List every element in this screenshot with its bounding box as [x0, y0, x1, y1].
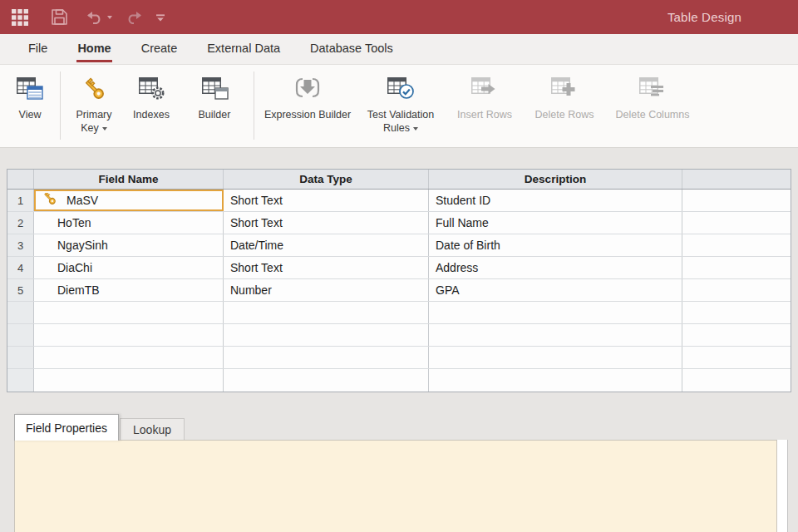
field-row-4: 4 DiaChi Short Text Address	[7, 257, 791, 279]
ribbon-separator	[60, 71, 61, 140]
empty-field-row	[7, 347, 791, 369]
description-cell[interactable]: Full Name	[429, 212, 682, 234]
undo-button[interactable]	[86, 10, 112, 24]
data-type-cell[interactable]: Short Text	[224, 190, 429, 211]
delete-columns-label: Delete Columns	[616, 108, 690, 121]
extra-cell[interactable]	[682, 234, 791, 256]
primary-key-dropdown-caret-icon[interactable]	[102, 127, 107, 131]
builder-label: Builder	[199, 108, 231, 121]
insert-rows-icon	[469, 70, 500, 108]
row-number[interactable]	[7, 347, 34, 368]
description-cell[interactable]: GPA	[429, 279, 682, 301]
test-validation-rules-label: Test Validation Rules	[367, 109, 434, 134]
extra-cell[interactable]	[682, 324, 791, 346]
field-name-cell[interactable]	[34, 369, 224, 392]
description-cell[interactable]: Student ID	[429, 190, 682, 211]
indexes-button[interactable]: Indexes	[123, 70, 180, 121]
workspace: Field Name Data Type Description 1 MaSV …	[0, 148, 798, 532]
extra-cell[interactable]	[682, 257, 791, 278]
header-description[interactable]: Description	[429, 170, 682, 189]
extra-cell[interactable]	[682, 212, 791, 234]
field-row-3: 3 NgaySinh Date/Time Date of Birth	[7, 234, 791, 257]
data-type-cell[interactable]: Short Text	[224, 212, 429, 234]
field-name-cell[interactable]: HoTen	[34, 212, 224, 234]
expression-builder-button[interactable]: Expression Builder	[260, 70, 355, 121]
description-cell[interactable]: Address	[429, 257, 682, 278]
data-type-cell[interactable]: Date/Time	[224, 234, 429, 256]
builder-icon	[200, 70, 229, 108]
header-field-name[interactable]: Field Name	[34, 170, 224, 189]
description-cell[interactable]	[429, 369, 682, 392]
header-extra[interactable]	[682, 170, 791, 189]
field-name-cell[interactable]: MaSV	[34, 190, 224, 211]
row-number[interactable]	[7, 369, 34, 392]
test-validation-rules-icon	[385, 70, 416, 108]
data-type-cell[interactable]	[224, 369, 429, 392]
save-icon[interactable]	[51, 8, 68, 26]
delete-rows-button: Delete Rows	[525, 70, 604, 121]
field-name-cell[interactable]	[34, 324, 224, 346]
view-icon	[15, 70, 45, 108]
field-properties-panel[interactable]	[14, 440, 777, 532]
delete-columns-button: Delete Columns	[606, 70, 699, 121]
extra-cell[interactable]	[682, 302, 791, 323]
extra-cell[interactable]	[682, 369, 791, 392]
builder-button[interactable]: Builder	[181, 70, 248, 121]
row-number[interactable]	[7, 302, 34, 323]
description-cell[interactable]	[429, 302, 682, 323]
field-name-cell[interactable]	[34, 347, 224, 368]
app-grid-icon[interactable]	[12, 9, 28, 26]
field-name-cell[interactable]: DiaChi	[34, 257, 224, 278]
field-name-cell[interactable]: NgaySinh	[34, 234, 224, 256]
tab-lookup[interactable]: Lookup	[120, 418, 185, 441]
row-selector-header[interactable]	[7, 170, 34, 189]
data-type-cell[interactable]: Short Text	[224, 257, 429, 278]
ribbon-tab-bar: File Home Create External Data Database …	[0, 34, 798, 65]
row-number[interactable]: 5	[7, 279, 34, 301]
title-bar: Table Design	[0, 0, 798, 34]
expression-builder-label: Expression Builder	[264, 108, 351, 121]
test-validation-dropdown-caret-icon[interactable]	[413, 127, 418, 131]
tab-create[interactable]: Create	[126, 34, 193, 64]
insert-rows-label: Insert Rows	[457, 108, 512, 121]
row-number[interactable]	[7, 324, 34, 346]
primary-key-button[interactable]: Primary Key	[66, 70, 121, 135]
table-design-grid: Field Name Data Type Description 1 MaSV …	[7, 169, 791, 392]
extra-cell[interactable]	[682, 347, 791, 368]
tab-field-properties[interactable]: Field Properties	[14, 414, 119, 441]
properties-pane-margin	[777, 440, 788, 532]
customize-quick-access-icon[interactable]	[155, 12, 165, 22]
tab-database-tools[interactable]: Database Tools	[295, 34, 408, 64]
extra-cell[interactable]	[682, 190, 791, 211]
primary-key-icon	[81, 70, 107, 108]
redo-button[interactable]	[125, 10, 143, 24]
row-number[interactable]: 4	[7, 257, 34, 278]
description-cell[interactable]	[429, 324, 682, 346]
description-cell[interactable]: Date of Birth	[429, 234, 682, 256]
description-cell[interactable]	[429, 347, 682, 368]
row-number[interactable]: 3	[7, 234, 34, 256]
expression-builder-icon	[292, 70, 323, 108]
tab-external-data[interactable]: External Data	[192, 34, 295, 64]
delete-columns-icon	[637, 70, 668, 108]
row-number[interactable]: 1	[7, 190, 34, 211]
field-name-cell[interactable]	[34, 302, 224, 323]
extra-cell[interactable]	[682, 279, 791, 301]
header-data-type[interactable]: Data Type	[224, 170, 429, 189]
field-name-cell[interactable]: DiemTB	[34, 279, 224, 301]
undo-dropdown-caret-icon[interactable]	[107, 16, 112, 19]
empty-field-row	[7, 302, 791, 324]
view-button[interactable]: View	[6, 70, 54, 121]
view-label: View	[19, 108, 42, 121]
test-validation-rules-button[interactable]: Test Validation Rules	[357, 70, 445, 135]
data-type-cell[interactable]: Number	[224, 279, 429, 301]
data-type-cell[interactable]	[224, 324, 429, 346]
tab-file[interactable]: File	[13, 34, 62, 64]
delete-rows-label: Delete Rows	[535, 108, 594, 121]
data-type-cell[interactable]	[224, 302, 429, 323]
row-number[interactable]: 2	[7, 212, 34, 234]
tab-home[interactable]: Home	[62, 34, 126, 64]
field-row-2: 2 HoTen Short Text Full Name	[7, 212, 791, 234]
data-type-cell[interactable]	[224, 347, 429, 368]
field-name-value: MaSV	[66, 194, 98, 207]
